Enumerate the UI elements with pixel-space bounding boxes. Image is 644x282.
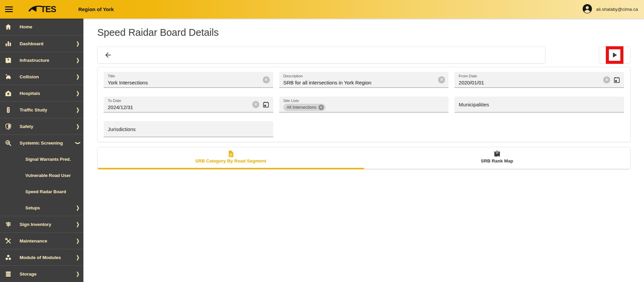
modules-icon [5, 254, 12, 261]
sidebar-item-label: Hospitals [20, 91, 76, 96]
site-lists-field-label: Site Lists [283, 99, 425, 103]
sidebar-item-collision[interactable]: Collision ❯ [0, 68, 83, 85]
remove-chip-button[interactable]: ✕ [318, 105, 324, 110]
title-field[interactable]: Title York Intersections ✕ [104, 72, 273, 88]
home-icon [5, 23, 12, 30]
play-icon [611, 51, 619, 59]
chevron-right-icon: ❯ [76, 91, 79, 96]
chevron-right-icon: ❯ [76, 41, 79, 47]
sidebar-item-dashboard[interactable]: Dashboard ❯ [0, 35, 83, 52]
clear-from-date-button[interactable]: ✕ [603, 76, 610, 83]
sidebar-item-label: Collision [20, 74, 76, 79]
sidebar-item-label: Sign Inventory [20, 222, 76, 227]
chevron-right-icon: ❯ [76, 107, 79, 113]
sidebar-nav: Home Dashboard ❯ Infrastructure ❯ Collis… [0, 19, 83, 282]
from-date-calendar-button[interactable] [613, 76, 621, 83]
sidebar-subitem-setups[interactable]: Setups ❯ [0, 200, 83, 216]
tools-icon [5, 237, 12, 245]
description-field-label: Description [283, 74, 425, 78]
to-date-calendar-button[interactable] [262, 101, 270, 108]
tab-srb-category-by-road-segment[interactable]: SRB Category By Road Segment [98, 147, 364, 169]
sidebar-item-safety[interactable]: Safety ❯ [0, 118, 83, 134]
municipalities-field-label: Municipalities [459, 102, 489, 107]
tab-label: SRB Category By Road Segment [195, 158, 266, 163]
tab-label: SRB Rank Map [481, 158, 513, 163]
document-icon [228, 150, 234, 158]
to-date-field-value: 2024/12/31 [108, 104, 250, 110]
sidebar-item-maintenance[interactable]: Maintenance ❯ [0, 232, 83, 249]
bar-chart-icon [5, 40, 12, 47]
chevron-right-icon: ❯ [76, 74, 79, 80]
account-menu[interactable]: ali.shalaby@cima.ca [582, 4, 638, 15]
description-field[interactable]: Description SRB for all intersections in… [279, 72, 449, 88]
chevron-right-icon: ❯ [76, 222, 79, 227]
sidebar-item-label: Home [20, 24, 79, 29]
tab-srb-rank-map[interactable]: SRB Rank Map [364, 147, 630, 169]
sidebar-item-label: Maintenance [20, 238, 76, 243]
signpost-icon [5, 221, 12, 228]
result-tabs: SRB Category By Road Segment SRB Rank Ma… [97, 147, 630, 170]
sidebar-item-storage[interactable]: Storage ❯ [0, 265, 83, 282]
sidebar-subitem-signal-warrants[interactable]: Signal Warrants Pred. [0, 151, 83, 167]
database-icon [5, 271, 12, 278]
sidebar-item-label: Module of Modules [20, 255, 76, 260]
sidebar-item-traffic-study[interactable]: Traffic Study ❯ [0, 101, 83, 118]
sidebar-subitem-vulnerable-road-user[interactable]: Vulnerable Road User [0, 167, 83, 183]
sidebar-subitem-label: Vulnerable Road User [25, 173, 79, 178]
title-field-label: Title [108, 74, 250, 78]
sidebar-subitem-label: Setups [25, 205, 76, 210]
traffic-light-icon [5, 106, 12, 113]
site-list-chip-label: All Intersections [287, 105, 316, 110]
sidebar-item-label: Safety [20, 124, 76, 129]
sidebar-subitem-label: Signal Warrants Pred. [25, 157, 79, 162]
to-date-field[interactable]: To Date 2024/12/31 ✕ [104, 97, 273, 112]
main-content: Speed Raidar Board Details Title York In… [83, 19, 644, 282]
sidebar-item-hospitals[interactable]: Hospitals ❯ [0, 85, 83, 101]
car-crash-icon [5, 73, 12, 80]
description-field-value: SRB for all intersections in York Region [283, 80, 425, 85]
jurisdictions-field[interactable]: Jurisdictions [104, 121, 273, 137]
sidebar-item-module-of-modules[interactable]: Module of Modules ❯ [0, 249, 83, 265]
sidebar-item-label: Storage [20, 272, 76, 277]
chevron-right-icon: ❯ [76, 271, 79, 277]
logo-text: TES [41, 4, 56, 14]
page-title: Speed Raidar Board Details [97, 25, 630, 40]
shield-icon [5, 123, 12, 130]
sidebar-item-systemic-screening[interactable]: Systemic Screening ❯ [0, 134, 83, 151]
sidebar-item-label: Infrastructure [20, 58, 76, 63]
sidebar-item-label: Systemic Screening [20, 140, 76, 146]
sidebar-subitem-speed-radar-board[interactable]: Speed Radar Board [0, 183, 83, 200]
menu-hamburger-icon[interactable] [5, 6, 13, 12]
map-pin-icon [493, 150, 501, 158]
calendar-icon [262, 101, 269, 108]
clear-to-date-button[interactable]: ✕ [252, 101, 259, 108]
back-button[interactable] [103, 50, 113, 60]
title-field-value: York Intersections [108, 80, 250, 85]
site-lists-field[interactable]: Site Lists All Intersections ✕ [279, 97, 449, 112]
run-button[interactable] [606, 46, 623, 64]
chevron-right-icon: ❯ [76, 238, 79, 244]
from-date-field-label: From Date [459, 74, 600, 78]
site-list-chip: All Intersections ✕ [283, 104, 326, 111]
app-logo: TES [28, 3, 56, 16]
jurisdictions-field-label: Jurisdictions [108, 126, 136, 132]
screening-search-icon [5, 139, 12, 147]
calendar-icon [613, 76, 620, 83]
sidebar-item-infrastructure[interactable]: Infrastructure ❯ [0, 52, 83, 68]
run-toolbar [599, 47, 630, 63]
chevron-right-icon: ❯ [76, 57, 79, 63]
from-date-field-value: 2020/01/01 [459, 80, 600, 85]
chevron-right-icon: ❯ [76, 255, 79, 260]
to-date-field-label: To Date [108, 99, 250, 103]
clear-description-button[interactable]: ✕ [438, 76, 445, 83]
municipalities-field[interactable]: Municipalities [455, 97, 624, 112]
top-header: TES Region of York ali.shalaby@cima.ca [0, 0, 644, 19]
sidebar-item-sign-inventory[interactable]: Sign Inventory ❯ [0, 216, 83, 232]
chevron-down-icon: ❯ [75, 141, 81, 144]
systemic-screening-submenu: Signal Warrants Pred. Vulnerable Road Us… [0, 151, 83, 216]
from-date-field[interactable]: From Date 2020/01/01 ✕ [455, 72, 624, 88]
chevron-right-icon: ❯ [76, 205, 79, 211]
sidebar-item-home[interactable]: Home [0, 19, 83, 35]
clear-title-button[interactable]: ✕ [263, 76, 270, 83]
sidebar-subitem-label: Speed Radar Board [25, 189, 79, 194]
